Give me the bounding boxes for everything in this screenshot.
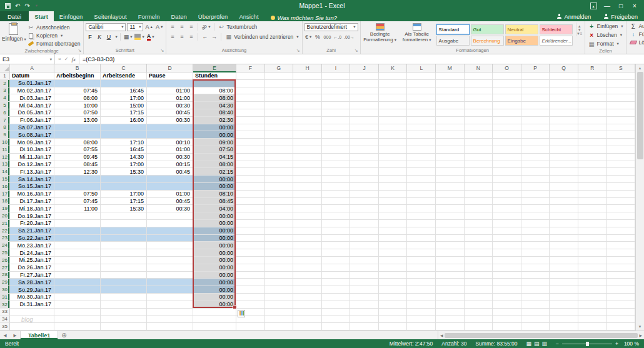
cell-I7[interactable] — [322, 117, 351, 124]
cell-B7[interactable]: 13:00 — [54, 117, 101, 124]
cell-N27[interactable] — [465, 264, 493, 272]
cell-G17[interactable] — [265, 191, 294, 198]
cell-M33[interactable] — [436, 309, 465, 316]
cell-A29[interactable]: Sa.28.Jan.17 — [10, 279, 54, 286]
cell-J3[interactable] — [350, 87, 379, 95]
cell-D1[interactable]: Pause — [147, 72, 193, 80]
cell-J27[interactable] — [350, 264, 379, 272]
cell-N26[interactable] — [465, 257, 493, 264]
cell-A2[interactable]: So.01.Jan.17 — [10, 80, 54, 87]
cell-J5[interactable] — [350, 102, 379, 109]
cell-S8[interactable] — [607, 124, 635, 132]
cell-M32[interactable] — [436, 301, 465, 309]
cell-F3[interactable] — [236, 87, 265, 95]
cell-H29[interactable] — [293, 279, 322, 286]
name-box[interactable]: E3▾ — [0, 54, 55, 64]
cell-P32[interactable] — [521, 301, 550, 309]
cell-B12[interactable]: 09:45 — [54, 154, 101, 161]
cell-K22[interactable] — [379, 227, 408, 235]
wrap-text-button[interactable]: ↩Textumbruch — [217, 23, 259, 31]
cell-A24[interactable]: Mo.23.Jan.17 — [10, 242, 54, 249]
cell-N12[interactable] — [465, 154, 493, 161]
cell-Q9[interactable] — [550, 131, 578, 139]
cell-C17[interactable]: 17:00 — [101, 191, 147, 198]
cell-N13[interactable] — [465, 161, 493, 169]
cell-C35[interactable] — [101, 323, 147, 331]
cell-S12[interactable] — [607, 154, 635, 161]
cell-R30[interactable] — [578, 286, 607, 294]
cell-A8[interactable]: Sa.07.Jan.17 — [10, 124, 54, 132]
cell-H25[interactable] — [293, 249, 322, 257]
cell-O5[interactable] — [493, 102, 521, 109]
cell-G31[interactable] — [265, 294, 294, 301]
cell-D9[interactable] — [147, 131, 193, 139]
add-sheet-icon[interactable]: ⊕ — [58, 331, 69, 339]
cell-B4[interactable]: 08:00 — [54, 94, 101, 102]
number-dialog-launcher-icon[interactable]: ↘ — [355, 48, 358, 53]
cell-B26[interactable] — [54, 257, 101, 264]
cell-O11[interactable] — [493, 146, 521, 154]
cell-E35[interactable] — [193, 323, 236, 331]
cell-J11[interactable] — [350, 146, 379, 154]
cell-B16[interactable] — [54, 183, 101, 191]
cell-R2[interactable] — [578, 80, 607, 87]
cell-H31[interactable] — [293, 294, 322, 301]
italic-button[interactable]: K — [95, 33, 103, 41]
cell-L14[interactable] — [407, 168, 436, 176]
cell-M35[interactable] — [436, 323, 465, 331]
cell-Q28[interactable] — [550, 272, 578, 279]
cell-M18[interactable] — [436, 198, 465, 206]
cell-G19[interactable] — [265, 205, 294, 212]
decrease-indent-button[interactable]: ← — [201, 33, 209, 41]
cell-E32[interactable]: 00:00 — [193, 301, 236, 309]
cell-K18[interactable] — [379, 198, 408, 206]
cell-O1[interactable] — [493, 72, 521, 80]
cell-M11[interactable] — [436, 146, 465, 154]
cell-O4[interactable] — [493, 94, 521, 102]
cell-J4[interactable] — [350, 94, 379, 102]
cell-C4[interactable]: 17:00 — [101, 94, 147, 102]
cell-K30[interactable] — [379, 286, 408, 294]
cell-N31[interactable] — [465, 294, 493, 301]
cell-B1[interactable]: Arbeitsbeginn — [54, 72, 101, 80]
cell-A19[interactable]: Mi.18.Jan.17 — [10, 205, 54, 212]
cell-C16[interactable] — [101, 183, 147, 191]
row-header-23[interactable]: 23 — [0, 235, 10, 242]
cell-Q35[interactable] — [550, 323, 578, 331]
cell-S23[interactable] — [607, 235, 635, 242]
cell-R24[interactable] — [578, 242, 607, 249]
cell-M15[interactable] — [436, 176, 465, 183]
cell-N2[interactable] — [465, 80, 493, 87]
cell-B21[interactable] — [54, 220, 101, 227]
cell-F11[interactable] — [236, 146, 265, 154]
cell-H30[interactable] — [293, 286, 322, 294]
cell-M26[interactable] — [436, 257, 465, 264]
cell-J19[interactable] — [350, 205, 379, 212]
cell-Q3[interactable] — [550, 87, 578, 95]
cell-S31[interactable] — [607, 294, 635, 301]
cell-P33[interactable] — [521, 309, 550, 316]
cell-O21[interactable] — [493, 220, 521, 227]
cell-J7[interactable] — [350, 117, 379, 124]
cell-G21[interactable] — [265, 220, 294, 227]
cell-A15[interactable]: Sa.14.Jan.17 — [10, 176, 54, 183]
cell-C2[interactable] — [101, 80, 147, 87]
cell-F1[interactable] — [236, 72, 265, 80]
row-header-4[interactable]: 4 — [0, 94, 10, 102]
row-header-30[interactable]: 30 — [0, 286, 10, 294]
cell-N19[interactable] — [465, 205, 493, 212]
cell-G35[interactable] — [265, 323, 294, 331]
cell-B10[interactable]: 08:00 — [54, 139, 101, 146]
cell-K33[interactable] — [379, 309, 408, 316]
cell-E28[interactable]: 00:00 — [193, 272, 236, 279]
cell-I13[interactable] — [322, 161, 351, 169]
cell-M29[interactable] — [436, 279, 465, 286]
cell-P20[interactable] — [521, 212, 550, 220]
fill-color-button[interactable]: ▾ — [134, 33, 144, 41]
cell-O3[interactable] — [493, 87, 521, 95]
cell-B9[interactable] — [54, 131, 101, 139]
cell-A6[interactable]: Do.05.Jan.17 — [10, 109, 54, 117]
cell-D32[interactable] — [147, 301, 193, 309]
cell-R31[interactable] — [578, 294, 607, 301]
cell-F21[interactable] — [236, 220, 265, 227]
